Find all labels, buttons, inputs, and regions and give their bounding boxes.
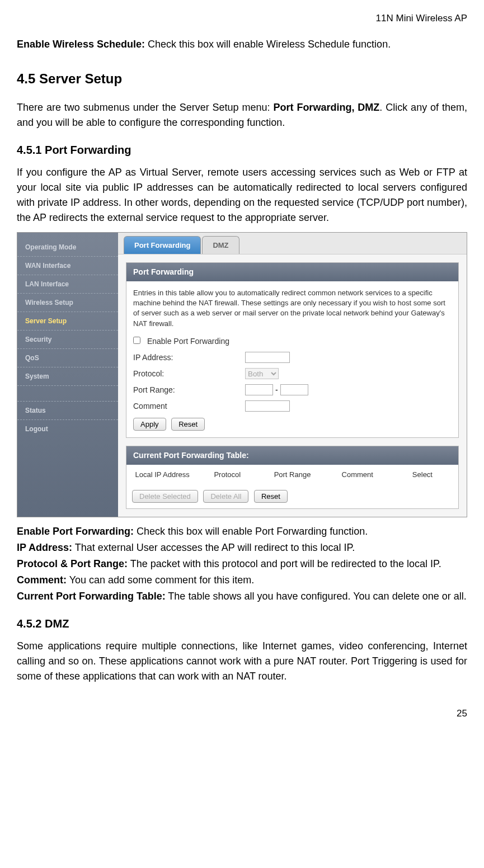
sidebar-spacer [17,386,118,402]
ip-input[interactable] [245,352,290,363]
def-text: You can add some comment for this item. [67,574,254,586]
sidebar: Operating Mode WAN Interface LAN Interfa… [17,233,118,517]
col-port-range: Port Range [260,469,325,480]
panel-title: Port Forwarding [126,263,458,281]
def-enable-pf: Enable Port Forwarding: Check this box w… [17,524,467,539]
ui-screenshot: Operating Mode WAN Interface LAN Interfa… [17,232,467,518]
pf-table-section: Current Port Forwarding Table: Local IP … [126,446,459,510]
ip-label: IP Address: [133,352,245,364]
tab-port-forwarding[interactable]: Port Forwarding [124,236,201,254]
reset-button[interactable]: Reset [171,418,205,431]
def-ip: IP Address: That external User accesses … [17,540,467,555]
def-label: IP Address: [17,542,72,553]
heading-dmz: 4.5.2 DMZ [17,615,467,632]
panel-buttons: Apply Reset [133,418,452,431]
col-select: Select [390,469,455,480]
def-table: Current Port Forwarding Table: The table… [17,589,467,604]
protocol-label: Protocol: [133,368,245,380]
sidebar-item-server-setup[interactable]: Server Setup [17,312,118,331]
dmz-para: Some applications require multiple conne… [17,639,467,684]
enable-pf-label: Enable Port Forwarding [147,337,229,346]
heading-port-forwarding: 4.5.1 Port Forwarding [17,141,467,158]
sidebar-item-status[interactable]: Status [17,402,118,420]
def-text: The table shows all you have configured.… [166,591,467,602]
def-label: Current Port Forwarding Table: [17,591,166,602]
port-forwarding-panel: Port Forwarding Entries in this table al… [126,262,459,438]
para-pre: There are two submenus under the Server … [17,102,273,113]
def-label: Protocol & Port Range: [17,558,128,569]
sidebar-item-wireless-setup[interactable]: Wireless Setup [17,294,118,312]
enable-pf-row: Enable Port Forwarding [133,336,452,347]
apply-button[interactable]: Apply [133,418,166,431]
def-label: Enable Wireless Schedule: [17,39,145,50]
def-text: That external User accesses the AP will … [72,542,355,553]
comment-label: Comment [133,400,245,412]
enable-wireless-schedule-def: Enable Wireless Schedule: Check this box… [17,37,467,52]
def-proto: Protocol & Port Range: The packet with t… [17,556,467,572]
enable-pf-cell: Enable Port Forwarding [133,336,245,347]
server-setup-para: There are two submenus under the Server … [17,100,467,130]
main-area: Port Forwarding DMZ Port Forwarding Entr… [118,233,467,517]
def-text: Check this box will enable Wireless Sche… [145,39,391,50]
comment-input[interactable] [245,400,290,412]
sidebar-item-logout[interactable]: Logout [17,420,118,438]
protocol-row: Protocol: Both [133,368,452,380]
port-range-row: Port Range: - [133,384,452,396]
table-actions: Delete Selected Delete All Reset [126,484,458,508]
sidebar-item-security[interactable]: Security [17,331,118,349]
page-header: 11N Mini Wireless AP [17,11,467,26]
sidebar-item-wan-interface[interactable]: WAN Interface [17,257,118,275]
panel-body: Entries in this table allow you to autom… [126,281,458,437]
tab-dmz[interactable]: DMZ [202,236,239,254]
sidebar-item-qos[interactable]: QoS [17,349,118,367]
port-range-start-input[interactable] [245,384,273,395]
delete-selected-button[interactable]: Delete Selected [132,490,198,503]
def-comment: Comment: You can add some comment for th… [17,573,467,588]
def-text: Check this box will enable Port Forwardi… [134,526,368,537]
def-label: Comment: [17,574,67,586]
port-range-end-input[interactable] [280,384,308,395]
para-bold: Port Forwarding, DMZ [273,102,379,113]
enable-pf-checkbox[interactable] [133,337,140,344]
ip-row: IP Address: [133,352,452,364]
heading-server-setup: 4.5 Server Setup [17,69,467,89]
col-local-ip: Local IP Address [130,469,195,480]
table-title: Current Port Forwarding Table: [126,446,458,465]
port-forwarding-para: If you configure the AP as Virtual Serve… [17,165,467,225]
col-protocol: Protocol [195,469,260,480]
table-header-row: Local IP Address Protocol Port Range Com… [126,465,458,485]
col-comment: Comment [325,469,390,480]
sidebar-item-system[interactable]: System [17,367,118,386]
def-label: Enable Port Forwarding: [17,526,134,537]
sidebar-item-operating-mode[interactable]: Operating Mode [17,238,118,257]
comment-row: Comment [133,400,452,412]
def-text: The packet with this protocol and port w… [128,558,441,569]
port-range-label: Port Range: [133,384,245,396]
range-dash: - [275,384,278,396]
delete-all-button[interactable]: Delete All [203,490,248,503]
sidebar-item-lan-interface[interactable]: LAN Interface [17,275,118,294]
page-number: 25 [17,706,467,721]
panel-desc: Entries in this table allow you to autom… [133,288,452,329]
protocol-select[interactable]: Both [245,368,279,379]
table-reset-button[interactable]: Reset [254,490,288,503]
tabs-row: Port Forwarding DMZ [118,233,467,255]
